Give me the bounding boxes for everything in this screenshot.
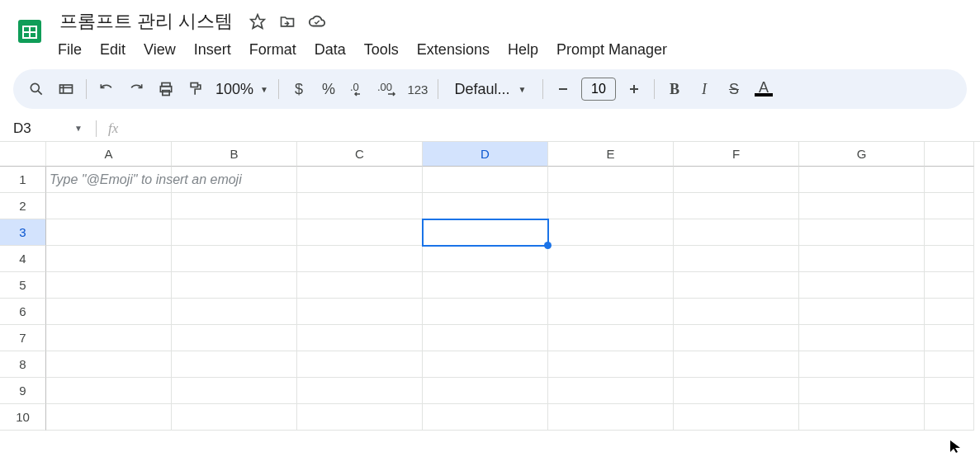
print-icon[interactable] [153, 76, 179, 102]
cell-B5[interactable] [172, 272, 297, 299]
cell-A3[interactable] [46, 219, 172, 246]
zoom-dropdown[interactable]: 100% ▼ [212, 76, 272, 102]
cell-B7[interactable] [172, 325, 297, 351]
cell-G1[interactable] [799, 167, 925, 193]
sheet-menus-icon[interactable] [53, 76, 79, 102]
formula-input[interactable] [123, 115, 980, 141]
star-icon[interactable] [248, 12, 267, 31]
row-header-7[interactable]: 7 [0, 325, 46, 351]
cell-D9[interactable] [423, 378, 548, 404]
cell-F1[interactable] [674, 167, 799, 193]
row-header-3[interactable]: 3 [0, 219, 46, 246]
decrease-fontsize-button[interactable] [550, 76, 576, 102]
cell-E10[interactable] [548, 404, 674, 431]
doc-title[interactable]: 프롬프트 관리 시스템 [54, 8, 238, 35]
cell-tail-8[interactable] [925, 351, 974, 378]
cell-A6[interactable] [46, 299, 172, 325]
cell-tail-10[interactable] [925, 404, 974, 431]
cell-G2[interactable] [799, 193, 925, 219]
cell-C7[interactable] [297, 325, 423, 351]
menu-prompt-manager[interactable]: Prompt Manager [548, 38, 675, 62]
cell-tail-6[interactable] [925, 299, 974, 325]
cell-A5[interactable] [46, 272, 172, 299]
cell-D3[interactable] [423, 219, 548, 246]
col-header-A[interactable]: A [46, 142, 172, 167]
cell-E4[interactable] [548, 246, 674, 272]
cell-B3[interactable] [172, 219, 297, 246]
cell-B10[interactable] [172, 404, 297, 431]
menu-file[interactable]: File [50, 38, 90, 62]
cell-A4[interactable] [46, 246, 172, 272]
row-header-8[interactable]: 8 [0, 351, 46, 378]
cell-tail-5[interactable] [925, 272, 974, 299]
menu-format[interactable]: Format [241, 38, 305, 62]
cell-B1[interactable] [172, 167, 297, 193]
cell-B6[interactable] [172, 299, 297, 325]
cell-D7[interactable] [423, 325, 548, 351]
increase-decimal-button[interactable]: .00 [375, 76, 401, 102]
cell-tail-1[interactable] [925, 167, 974, 193]
decrease-decimal-button[interactable]: .0 [345, 76, 372, 102]
cell-B2[interactable] [172, 193, 297, 219]
cell-F7[interactable] [674, 325, 799, 351]
menu-view[interactable]: View [135, 38, 184, 62]
cell-C3[interactable] [297, 219, 423, 246]
cell-G9[interactable] [799, 378, 925, 404]
cell-B4[interactable] [172, 246, 297, 272]
cell-A10[interactable] [46, 404, 172, 431]
row-header-10[interactable]: 10 [0, 404, 46, 431]
col-header-G[interactable]: G [799, 142, 925, 167]
cell-E8[interactable] [548, 351, 674, 378]
row-header-1[interactable]: 1 [0, 167, 46, 193]
cell-tail-9[interactable] [925, 378, 974, 404]
cell-G5[interactable] [799, 272, 925, 299]
row-header-9[interactable]: 9 [0, 378, 46, 404]
cell-A9[interactable] [46, 378, 172, 404]
menu-extensions[interactable]: Extensions [409, 38, 498, 62]
more-formats-button[interactable]: 123 [405, 76, 431, 102]
cell-E1[interactable] [548, 167, 674, 193]
cell-F2[interactable] [674, 193, 799, 219]
undo-icon[interactable] [93, 76, 120, 102]
cell-D10[interactable] [423, 404, 548, 431]
sheets-logo[interactable] [13, 10, 46, 53]
cell-G10[interactable] [799, 404, 925, 431]
cell-D1[interactable] [423, 167, 548, 193]
cell-C5[interactable] [297, 272, 423, 299]
col-header-E[interactable]: E [548, 142, 674, 167]
cell-A1[interactable]: Type "@Emoji" to insert an emoji [46, 167, 172, 193]
cell-E6[interactable] [548, 299, 674, 325]
cell-C6[interactable] [297, 299, 423, 325]
fontsize-input[interactable] [581, 78, 616, 101]
search-icon[interactable] [23, 76, 50, 102]
cell-F6[interactable] [674, 299, 799, 325]
cloud-status-icon[interactable] [307, 12, 327, 31]
col-header-F[interactable]: F [674, 142, 799, 167]
cell-C4[interactable] [297, 246, 423, 272]
cell-F3[interactable] [674, 219, 799, 246]
cell-D8[interactable] [423, 351, 548, 378]
move-folder-icon[interactable] [277, 12, 297, 31]
strikethrough-button[interactable]: S [721, 76, 747, 102]
menu-data[interactable]: Data [306, 38, 354, 62]
col-header-B[interactable]: B [172, 142, 297, 167]
cell-B8[interactable] [172, 351, 297, 378]
text-color-button[interactable]: A [750, 76, 777, 102]
menu-help[interactable]: Help [499, 38, 547, 62]
row-header-2[interactable]: 2 [0, 193, 46, 219]
cell-F4[interactable] [674, 246, 799, 272]
cell-A2[interactable] [46, 193, 172, 219]
cell-F5[interactable] [674, 272, 799, 299]
cell-E9[interactable] [548, 378, 674, 404]
cell-A7[interactable] [46, 325, 172, 351]
cell-C8[interactable] [297, 351, 423, 378]
percent-button[interactable]: % [315, 76, 342, 102]
row-header-6[interactable]: 6 [0, 299, 46, 325]
menu-edit[interactable]: Edit [92, 38, 134, 62]
cell-C2[interactable] [297, 193, 423, 219]
cell-E5[interactable] [548, 272, 674, 299]
row-header-4[interactable]: 4 [0, 246, 46, 272]
cell-tail-4[interactable] [925, 246, 974, 272]
italic-button[interactable]: I [691, 76, 717, 102]
cell-F8[interactable] [674, 351, 799, 378]
